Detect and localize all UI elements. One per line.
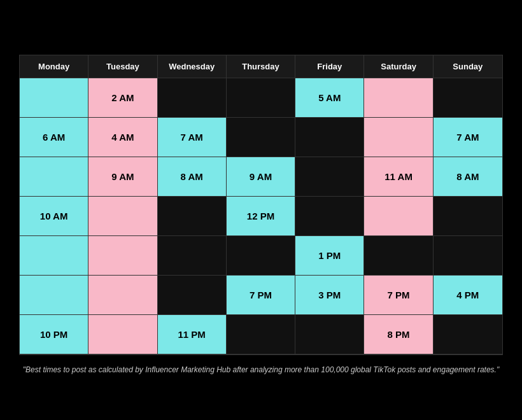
page-container: MondayTuesdayWednesdayThursdayFridaySatu…	[13, 31, 509, 389]
grid-cell: 5 AM	[295, 78, 364, 118]
grid-cell: 2 AM	[88, 78, 157, 118]
grid-cell: 1 PM	[295, 236, 364, 276]
grid-cell: 4 AM	[88, 118, 157, 157]
grid-cell	[364, 236, 433, 276]
grid-cell	[88, 315, 157, 354]
grid-cell	[295, 157, 364, 197]
column-header-saturday: Saturday	[364, 55, 433, 78]
grid-cell	[434, 236, 502, 276]
grid-cell	[364, 118, 433, 157]
grid-cell: 9 AM	[227, 157, 295, 197]
grid-header-row: MondayTuesdayWednesdayThursdayFridaySatu…	[20, 55, 502, 78]
grid-cell	[227, 78, 295, 118]
grid-cell	[20, 78, 88, 118]
grid-cell: 7 PM	[364, 276, 433, 315]
grid-cell: 4 PM	[434, 276, 502, 315]
column-header-thursday: Thursday	[227, 55, 295, 78]
grid-cell: 11 AM	[364, 157, 433, 197]
grid-cell	[227, 118, 295, 157]
grid-cell	[158, 276, 227, 315]
grid-body: 2 AM5 AM6 AM4 AM7 AM7 AM9 AM8 AM9 AM11 A…	[20, 78, 502, 354]
grid-cell: 8 AM	[434, 157, 502, 197]
column-header-monday: Monday	[20, 55, 88, 78]
grid-cell	[88, 197, 157, 236]
grid-cell: 8 PM	[364, 315, 433, 354]
grid-cell	[158, 236, 227, 276]
grid-cell: 10 AM	[20, 197, 88, 236]
grid-cell	[227, 315, 295, 354]
column-header-sunday: Sunday	[434, 55, 502, 78]
grid-cell: 7 AM	[434, 118, 502, 157]
grid-cell: 12 PM	[227, 197, 295, 236]
grid-cell	[88, 276, 157, 315]
grid-cell	[364, 197, 433, 236]
grid-cell: 6 AM	[20, 118, 88, 157]
schedule-grid: MondayTuesdayWednesdayThursdayFridaySatu…	[19, 55, 503, 355]
grid-cell	[434, 197, 502, 236]
grid-cell	[295, 315, 364, 354]
grid-cell	[158, 197, 227, 236]
footer-note: "Best times to post as calculated by Inf…	[19, 364, 503, 376]
grid-cell: 10 PM	[20, 315, 88, 354]
grid-cell	[88, 236, 157, 276]
grid-cell: 9 AM	[88, 157, 157, 197]
grid-cell: 7 AM	[158, 118, 227, 157]
grid-cell: 11 PM	[158, 315, 227, 354]
grid-cell	[20, 276, 88, 315]
grid-cell	[434, 78, 502, 118]
grid-cell: 8 AM	[158, 157, 227, 197]
grid-cell	[295, 197, 364, 236]
grid-cell	[364, 78, 433, 118]
grid-cell	[158, 78, 227, 118]
grid-cell	[20, 236, 88, 276]
column-header-wednesday: Wednesday	[158, 55, 227, 78]
column-header-friday: Friday	[295, 55, 364, 78]
grid-cell	[20, 157, 88, 197]
grid-cell: 7 PM	[227, 276, 295, 315]
column-header-tuesday: Tuesday	[88, 55, 157, 78]
grid-cell	[434, 315, 502, 354]
grid-cell	[295, 118, 364, 157]
grid-cell	[227, 236, 295, 276]
grid-cell: 3 PM	[295, 276, 364, 315]
